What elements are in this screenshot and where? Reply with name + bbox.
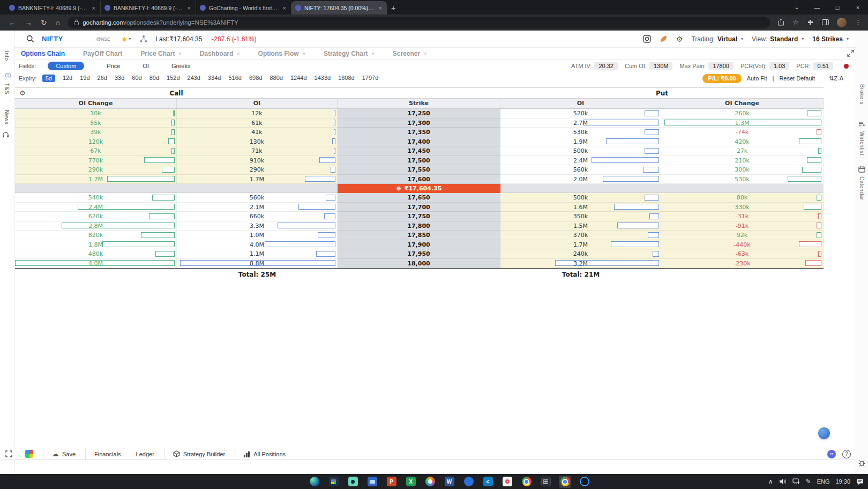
strike-cell[interactable]: 17,400 (338, 137, 500, 147)
call-oi-cell[interactable]: 290k (177, 165, 338, 175)
settings-gear-icon[interactable]: ⚙ (676, 35, 683, 43)
put-oi-cell[interactable]: 2.7M (500, 118, 661, 128)
tab-price-chart[interactable]: Price Chart× (140, 50, 181, 57)
back-button[interactable]: ← (9, 18, 16, 27)
tab-dashboard[interactable]: Dashboard× (200, 50, 240, 57)
put-oi-change-cell[interactable]: -91k (661, 221, 824, 231)
strike-cell[interactable]: 17,600 (338, 175, 500, 184)
auto-fit-link[interactable]: Auto Fit (747, 75, 767, 82)
new-tab-button[interactable]: + (391, 4, 395, 12)
call-oi-cell[interactable]: 2.1M (177, 203, 338, 212)
put-oi-change-cell[interactable]: 530k (661, 175, 824, 184)
call-oi-cell[interactable]: 910k (177, 156, 338, 166)
put-oi-cell[interactable]: 530k (500, 128, 661, 137)
tab-close-icon[interactable]: × (372, 51, 375, 56)
expiry-334d[interactable]: 334d (208, 75, 221, 82)
call-oi-cell[interactable]: 61k (177, 118, 338, 128)
monitor-icon[interactable] (366, 476, 378, 488)
strike-cell[interactable]: 17,550 (338, 165, 500, 175)
call-oi-cell[interactable]: 8.8M (177, 259, 338, 269)
browser-tab[interactable]: GoCharting - World's first Multi-× (196, 1, 291, 14)
strike-cell[interactable]: 18,000 (338, 259, 500, 269)
call-oi-change-cell[interactable]: 4.0M (15, 259, 177, 269)
call-oi-cell[interactable]: 71k (177, 146, 338, 156)
browser-tab[interactable]: NIFTY: 17604.35 (0.00%) @ NSE× (291, 1, 387, 14)
expiry-26d[interactable]: 26d (98, 75, 107, 82)
rail-info-tab[interactable]: Info (4, 51, 10, 61)
watchlist-icon[interactable] (858, 121, 865, 128)
expiry-33d[interactable]: 33d (115, 75, 124, 82)
fullscreen-icon[interactable] (5, 450, 12, 457)
all-positions-button[interactable]: All Positions (244, 451, 286, 457)
call-oi-change-cell[interactable]: 1.7M (15, 175, 177, 184)
tab-strategy-chart[interactable]: Strategy Chart× (324, 50, 375, 57)
expiry-5d[interactable]: 5d (42, 75, 55, 82)
col-put-oi-change[interactable]: OI Change (661, 99, 824, 108)
call-oi-change-cell[interactable]: 120k (15, 137, 177, 147)
put-oi-cell[interactable]: 500k (500, 193, 661, 203)
portal-icon[interactable] (578, 476, 590, 488)
put-oi-change-cell[interactable]: -440k (661, 240, 824, 250)
share-icon[interactable] (777, 19, 784, 26)
strike-cell[interactable]: 17,750 (338, 212, 500, 221)
tab-close-icon[interactable]: × (237, 51, 240, 56)
view-dropdown[interactable]: View:Standard▾ (752, 35, 804, 43)
profile-avatar[interactable] (837, 18, 847, 27)
financials-button[interactable]: Financials (94, 451, 121, 457)
instagram-icon[interactable] (643, 35, 651, 43)
tab-payoff-chart[interactable]: PayOff Chart (83, 50, 122, 57)
call-oi-change-cell[interactable]: 820k (15, 231, 177, 240)
put-oi-cell[interactable]: 2.4M (500, 156, 661, 166)
expiry-1797d[interactable]: 1797d (362, 75, 379, 82)
discord-icon[interactable] (827, 450, 836, 458)
call-oi-cell[interactable]: 4.0M (177, 240, 338, 250)
call-oi-change-cell[interactable]: 2.4M (15, 203, 177, 212)
symbol-name[interactable]: NIFTY (42, 35, 63, 43)
field-option-price[interactable]: Price (107, 63, 120, 69)
strike-cell[interactable]: 17,850 (338, 231, 500, 240)
call-oi-cell[interactable]: 660k (177, 212, 338, 221)
tab-close-icon[interactable]: × (378, 5, 383, 11)
rail-calendar-tab[interactable]: Calendar (859, 176, 865, 201)
call-oi-change-cell[interactable]: 290k (15, 165, 177, 175)
expiry-19d[interactable]: 19d (80, 75, 89, 82)
tab-close-icon[interactable]: × (91, 5, 96, 11)
call-oi-cell[interactable]: 41k (177, 128, 338, 137)
expiry-698d[interactable]: 698d (249, 75, 262, 82)
call-oi-change-cell[interactable]: 540k (15, 193, 177, 203)
ledger-button[interactable]: Ledger (136, 451, 154, 457)
browser-tab[interactable]: BANKNIFTY-I: 40689.9 (-2.81%)× (101, 1, 196, 14)
col-strike[interactable]: Strike (338, 99, 500, 108)
rail-brokers-tab[interactable]: Brokers (859, 84, 865, 105)
put-oi-change-cell[interactable]: 260k (661, 109, 824, 118)
put-oi-cell[interactable]: 1.5M (500, 221, 661, 231)
expiry-60d[interactable]: 60d (132, 75, 141, 82)
pen-input-icon[interactable]: ✎ (806, 478, 811, 485)
reload-button[interactable]: ↻ (41, 18, 47, 27)
call-oi-change-cell[interactable]: 67k (15, 146, 177, 156)
tab-close-icon[interactable]: × (424, 51, 426, 56)
maximize-button[interactable]: □ (827, 4, 848, 11)
tab-close-icon[interactable]: × (282, 5, 287, 11)
tab-search-icon[interactable]: ⌄ (787, 4, 807, 11)
put-oi-change-cell[interactable]: 420k (661, 137, 824, 147)
put-oi-cell[interactable]: 1.6M (500, 203, 661, 212)
browser-tab[interactable]: BANKNIFTY-I: 40689.9 (-2.81%)× (5, 1, 101, 14)
col-call-oi-change[interactable]: OI Change (15, 99, 177, 108)
strike-cell[interactable]: 17,650 (338, 193, 500, 203)
put-oi-cell[interactable]: 350k (500, 212, 661, 221)
put-oi-cell[interactable]: 240k (500, 249, 661, 259)
bookmark-star-icon[interactable]: ☆ (792, 18, 799, 26)
put-oi-change-cell[interactable]: -230k (661, 259, 824, 269)
tab-options-chain[interactable]: Options Chain (21, 50, 65, 57)
clock[interactable]: 19:30 (835, 478, 850, 485)
layout-mosaic-icon[interactable] (25, 450, 33, 458)
store-icon[interactable] (327, 476, 340, 488)
expiry-516d[interactable]: 516d (228, 75, 241, 82)
strategy-link-icon[interactable] (139, 35, 148, 43)
call-oi-cell[interactable]: 1.0M (177, 231, 338, 240)
tray-chevron-icon[interactable]: ∧ (768, 478, 773, 485)
call-oi-change-cell[interactable]: 1.8M (15, 240, 177, 250)
call-oi-change-cell[interactable]: 39k (15, 128, 177, 137)
strategy-builder-button[interactable]: Strategy Builder (173, 450, 225, 457)
